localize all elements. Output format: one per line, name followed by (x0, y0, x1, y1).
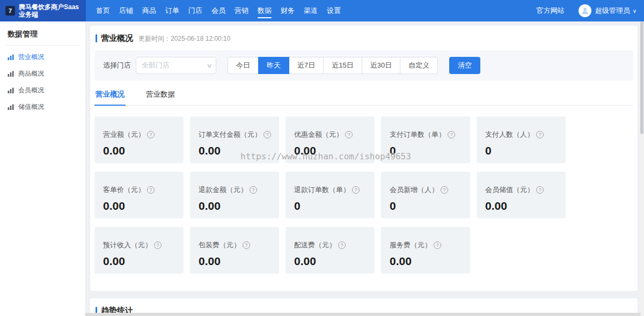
help-icon[interactable]: ? (536, 186, 544, 194)
help-icon[interactable]: ? (154, 241, 162, 249)
date-range-button[interactable]: 今日 (228, 57, 259, 74)
date-range-button[interactable]: 近7日 (289, 57, 324, 74)
nav-item[interactable]: 门店 (188, 0, 203, 21)
help-icon[interactable]: ? (147, 186, 155, 194)
help-icon[interactable]: ? (536, 131, 544, 138)
stat-value: 0.00 (199, 200, 274, 212)
user-name[interactable]: 超级管理员 (595, 6, 630, 16)
sidebar: 数据管理 营业概况 商品概况 (0, 21, 86, 316)
nav-item[interactable]: 会员 (211, 0, 226, 21)
chevron-down-icon[interactable]: ∨ (633, 8, 636, 14)
nav-item[interactable]: 首页 (96, 0, 111, 21)
bar-chart-icon (8, 70, 14, 77)
chevron-down-icon: ∨ (206, 62, 212, 69)
help-icon[interactable]: ? (352, 186, 360, 194)
stat-card-label-row: 会员新增（人） ? (390, 185, 465, 195)
date-range-button[interactable]: 昨天 (258, 57, 289, 74)
sidebar-item[interactable]: 储值概况 (0, 99, 85, 115)
date-range-button[interactable]: 自定义 (400, 57, 438, 74)
stat-card: 会员储值（元） ? 0.00 (477, 172, 566, 218)
bar-chart-icon (8, 54, 14, 61)
stat-value: 0 (390, 144, 465, 157)
stat-card: 支付订单数（单） ? 0 (381, 116, 470, 163)
section-title-bar (96, 34, 97, 42)
page-title: 营业概况 (101, 33, 133, 43)
brand-title: 腾马餐饮多商户Saas业务端 (19, 3, 82, 18)
stat-card-label-row: 会员储值（元） ? (485, 185, 560, 195)
stat-value: 0 (294, 200, 369, 212)
date-range-button[interactable]: 近30日 (362, 57, 400, 74)
nav-item-label: 设置 (327, 6, 341, 16)
stat-card: 优惠金额（元） ? 0.00 (286, 116, 375, 163)
nav-item-label: 门店 (188, 6, 202, 16)
stat-value: 0 (390, 200, 465, 212)
nav-item[interactable]: 渠道 (303, 0, 318, 21)
stat-label: 支付人数（人） (485, 130, 534, 139)
stat-value: 0.00 (390, 255, 465, 268)
tab[interactable]: 营业数据 (145, 89, 176, 105)
tab[interactable]: 营业概况 (94, 89, 126, 105)
clear-button[interactable]: 清空 (449, 57, 480, 74)
tab-label: 营业概况 (96, 90, 125, 98)
help-icon[interactable]: ? (345, 131, 353, 138)
stat-label: 优惠金额（元） (294, 130, 343, 139)
help-icon[interactable]: ? (448, 131, 455, 138)
store-select[interactable]: 全部门店 ∨ (136, 57, 216, 74)
help-icon[interactable]: ? (441, 186, 448, 194)
tab-label: 营业数据 (146, 90, 175, 98)
nav-item[interactable]: 订单 (165, 0, 180, 21)
stat-card-label-row: 配送费（元） ? (294, 240, 369, 250)
nav-item[interactable]: 店铺 (119, 0, 134, 21)
stat-card-label-row: 客单价（元） ? (103, 185, 178, 195)
nav-item-label: 渠道 (304, 6, 318, 16)
stat-label: 包装费（元） (199, 240, 240, 250)
bar-chart-icon (8, 87, 14, 94)
sidebar-item[interactable]: 营业概况 (0, 49, 85, 65)
sidebar-item[interactable]: 商品概况 (0, 65, 85, 82)
stat-value: 0.00 (103, 200, 178, 212)
help-icon[interactable]: ? (147, 131, 155, 138)
help-icon[interactable]: ? (338, 241, 346, 249)
nav-item-label: 营销 (235, 6, 248, 16)
stat-label: 退款金额（元） (199, 185, 247, 195)
stat-card: 退款订单数（单） ? 0 (286, 172, 375, 218)
stat-card-label-row: 营业额（元） ? (103, 130, 178, 139)
nav-item-label: 财务 (281, 6, 295, 16)
stat-label: 服务费（元） (390, 240, 431, 250)
stat-card: 配送费（元） ? 0.00 (286, 227, 375, 274)
user-icon (581, 6, 589, 15)
help-icon[interactable]: ? (250, 186, 257, 194)
stat-card-label-row: 优惠金额（元） ? (294, 130, 369, 139)
stat-label: 配送费（元） (294, 240, 336, 250)
help-icon[interactable]: ? (264, 131, 271, 138)
nav-item[interactable]: 设置 (326, 0, 341, 21)
vertical-scrollbar[interactable] (640, 21, 644, 316)
stat-card-label-row: 支付人数（人） ? (485, 130, 560, 139)
stat-value: 0.00 (199, 144, 274, 157)
date-range-button[interactable]: 近15日 (323, 57, 362, 74)
help-icon[interactable]: ? (243, 241, 250, 249)
stat-card: 退款金额（元） ? 0.00 (190, 172, 279, 218)
stat-label: 会员新增（人） (390, 185, 438, 195)
user-avatar[interactable] (579, 4, 591, 17)
horizontal-scrollbar[interactable] (85, 313, 641, 316)
nav-item[interactable]: 商品 (142, 0, 157, 21)
stat-label: 客单价（元） (103, 185, 145, 195)
nav-item-label: 会员 (211, 6, 225, 16)
sidebar-item[interactable]: 会员概况 (0, 82, 85, 99)
stat-label: 退款订单数（单） (294, 185, 350, 195)
stat-label: 营业额（元） (103, 130, 145, 139)
stat-card-label-row: 包装费（元） ? (199, 240, 274, 250)
nav-item[interactable]: 财务 (280, 0, 295, 21)
updated-time: 更新时间：2025-06-18 12:00:10 (138, 34, 230, 43)
nav-item[interactable]: 数据 (257, 0, 272, 21)
stat-value: 0 (485, 144, 560, 157)
vertical-scrollbar-thumb[interactable] (640, 21, 643, 134)
nav-item[interactable]: 营销 (234, 0, 249, 21)
sidebar-title: 数据管理 (0, 21, 85, 45)
official-site-link[interactable]: 官方网站 (537, 6, 565, 16)
help-icon[interactable]: ? (434, 241, 441, 249)
stat-value: 0.00 (485, 200, 560, 212)
top-nav-bar: 7 腾马餐饮多商户Saas业务端 首页 店铺 商品 订单 门店 会员 (0, 0, 644, 21)
brand: 7 腾马餐饮多商户Saas业务端 (0, 0, 86, 21)
